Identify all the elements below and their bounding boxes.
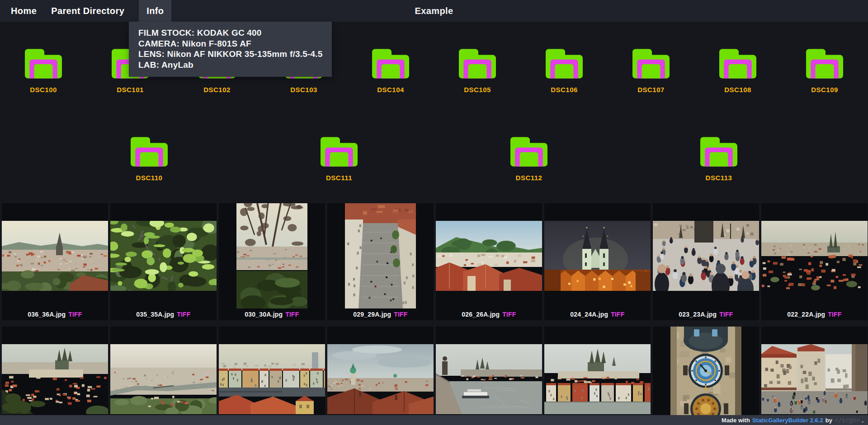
photo-thumbnail <box>236 203 307 308</box>
photo-thumbnail <box>327 344 434 414</box>
folder-icon <box>719 49 756 79</box>
photo-frame <box>219 203 325 308</box>
photo-caption: 026_26A.jpgTIFF <box>436 308 542 320</box>
photo-filename: 035_35A.jpg <box>136 311 174 318</box>
folder-icon <box>700 137 737 167</box>
photo-caption: 035_35A.jpgTIFF <box>110 308 217 320</box>
folder-item[interactable]: DSC111 <box>244 137 434 182</box>
folder-item[interactable]: DSC104 <box>347 49 434 93</box>
folder-icon <box>546 49 583 79</box>
footer-made-with: Made with <box>722 417 750 424</box>
photo-item[interactable]: 029_29A.jpgTIFF <box>327 203 434 320</box>
format-badge: TIFF <box>828 311 841 318</box>
format-badge: TIFF <box>177 311 190 318</box>
photo-item[interactable] <box>327 327 434 425</box>
page-title: Example <box>415 6 453 16</box>
folder-label: DSC100 <box>30 86 57 93</box>
photo-item[interactable] <box>436 327 542 425</box>
photo-item[interactable]: 035_35A.jpgTIFF <box>110 203 217 320</box>
folder-icon <box>632 49 670 79</box>
photo-thumbnail <box>653 221 759 291</box>
photo-item[interactable]: 030_30A.jpgTIFF <box>219 203 325 320</box>
photo-filename: 026_26A.jpg <box>462 311 500 318</box>
nav-item-parent-directory[interactable]: Parent Directory <box>51 0 124 22</box>
nav-item-info[interactable]: Info <box>139 0 171 22</box>
folder-icon <box>131 137 168 167</box>
photo-thumbnail <box>345 203 416 308</box>
folder-item[interactable]: DSC109 <box>781 49 868 93</box>
photo-frame <box>2 327 108 425</box>
folder-item[interactable]: DSC113 <box>624 137 814 182</box>
folder-icon <box>25 49 62 79</box>
photo-frame <box>653 203 759 308</box>
folder-label: DSC104 <box>377 86 404 93</box>
folder-label: DSC108 <box>724 86 751 93</box>
photo-item[interactable] <box>653 327 759 425</box>
photo-item[interactable] <box>544 327 651 425</box>
photo-item[interactable]: 036_36A.jpgTIFF <box>2 203 108 320</box>
folder-item[interactable]: DSC110 <box>54 137 244 182</box>
photo-frame <box>327 327 434 425</box>
photo-thumbnail <box>544 221 651 291</box>
folder-icon <box>510 137 547 167</box>
folder-label: DSC113 <box>706 174 732 182</box>
photo-thumbnail <box>436 221 542 291</box>
folder-row-2: DSC110 DSC111 DSC112 DSC113 <box>54 137 814 182</box>
photo-frame <box>544 327 651 425</box>
folder-item[interactable]: DSC107 <box>608 49 694 93</box>
folder-item[interactable]: DSC105 <box>434 49 521 93</box>
photo-frame <box>327 203 434 308</box>
photo-frame <box>436 203 542 308</box>
photo-item[interactable] <box>761 327 868 425</box>
photo-filename: 022_22A.jpg <box>787 311 825 318</box>
format-badge: TIFF <box>502 311 516 318</box>
photo-caption: 022_22A.jpgTIFF <box>761 308 868 320</box>
photo-thumbnail <box>219 344 325 414</box>
folder-icon <box>372 49 409 79</box>
folder-label: DSC112 <box>516 174 542 182</box>
folder-icon <box>321 137 358 167</box>
photo-thumbnail <box>670 327 741 425</box>
nav-links: Home Parent Directory Info <box>0 0 171 22</box>
info-line-lens: LENS: Nikon AF NIKKOR 35-135mm f/3.5-4.5 <box>138 49 322 60</box>
folder-label: DSC107 <box>637 86 665 93</box>
format-badge: TIFF <box>285 311 299 318</box>
photo-filename: 029_29A.jpg <box>353 311 391 318</box>
photo-filename: 036_36A.jpg <box>28 311 66 318</box>
photo-item[interactable] <box>110 327 217 425</box>
photo-thumbnail <box>761 344 868 414</box>
folder-label: DSC109 <box>811 86 838 93</box>
photo-thumbnail <box>2 221 108 291</box>
info-panel: FILM STOCK: KODAK GC 400 CAMERA: Nikon F… <box>129 22 332 77</box>
photo-item[interactable]: 023_23A.jpgTIFF <box>653 203 759 320</box>
folder-label: DSC102 <box>203 86 231 93</box>
photo-thumbnail <box>2 344 108 414</box>
nav-item-home[interactable]: Home <box>11 0 37 22</box>
folder-item[interactable]: DSC108 <box>694 49 781 93</box>
photo-thumbnail <box>544 344 651 414</box>
folder-label: DSC111 <box>326 174 352 182</box>
info-line-lab: LAB: AnyLab <box>138 60 322 70</box>
format-badge: TIFF <box>611 311 624 318</box>
photo-frame <box>436 327 542 425</box>
photo-item[interactable]: 022_22A.jpgTIFF <box>761 203 868 320</box>
photo-item[interactable]: 024_24A.jpgTIFF <box>544 203 651 320</box>
photo-item[interactable] <box>2 327 108 425</box>
builder-link[interactable]: StaticGalleryBuilder 2.6.2 <box>752 417 823 424</box>
photo-thumbnail <box>761 221 868 291</box>
folder-icon <box>806 49 843 79</box>
folder-label: DSC101 <box>117 86 144 93</box>
folder-item[interactable]: DSC112 <box>434 137 624 182</box>
photo-thumbnail <box>110 344 217 414</box>
photo-frame <box>544 203 651 308</box>
photo-frame <box>761 203 868 308</box>
srgn-logo: </srgn> <box>835 416 860 424</box>
folder-item[interactable]: DSC106 <box>521 49 608 93</box>
photo-item[interactable]: 026_26A.jpgTIFF <box>436 203 542 320</box>
photo-caption: 029_29A.jpgTIFF <box>327 308 434 320</box>
folder-item[interactable]: DSC100 <box>0 49 87 93</box>
photo-grid: 036_36A.jpgTIFF 035_35A.jpgTIFF 030_30A.… <box>0 203 868 425</box>
folder-label: DSC103 <box>290 86 317 93</box>
photo-caption: 036_36A.jpgTIFF <box>2 308 108 320</box>
photo-item[interactable] <box>219 327 325 425</box>
